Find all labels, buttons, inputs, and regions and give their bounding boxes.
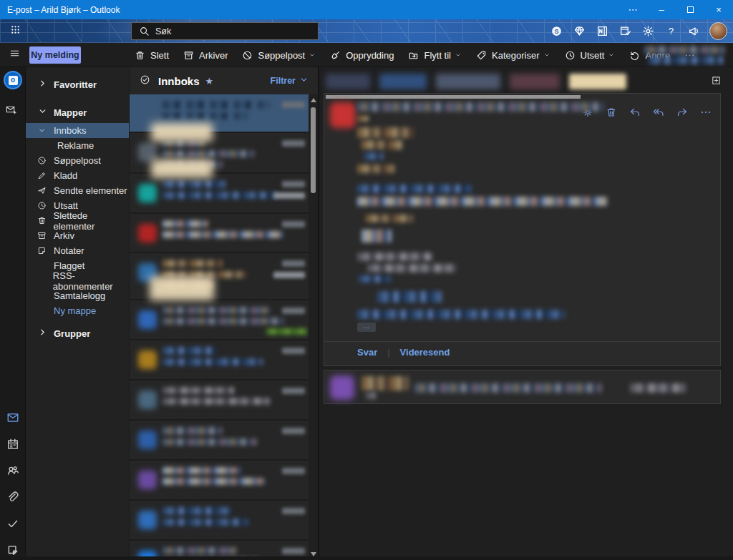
redacted-highlight (150, 276, 214, 300)
sidebar-item-mapper[interactable]: Mapper (26, 104, 129, 120)
rail-check-icon[interactable] (5, 516, 21, 531)
redacted-timestamp (282, 181, 305, 187)
toolbar-arkiver-button[interactable]: Arkiver (176, 43, 235, 67)
sidebar-item-slettede-elementer[interactable]: Slettede elementer (26, 213, 129, 228)
toolbar-opprydding-button[interactable]: Opprydding (323, 43, 401, 67)
message-card-collapsed[interactable] (324, 370, 721, 404)
chevron-right-icon (37, 327, 48, 340)
redacted-text (357, 116, 369, 122)
message-list-item[interactable] (130, 253, 318, 300)
message-list-item[interactable] (130, 94, 318, 133)
rail-calendar-icon[interactable] (5, 437, 21, 451)
redacted-text (162, 150, 254, 157)
gear-icon[interactable] (638, 21, 658, 41)
chevron-down-icon (298, 74, 309, 87)
megaphone-icon[interactable] (684, 21, 704, 41)
toolbar-kategoriser-button[interactable]: Kategoriser (469, 43, 557, 67)
redacted-text (364, 152, 383, 160)
outlook-logo[interactable]: o (4, 71, 22, 89)
filter-button[interactable]: Filtrer (271, 74, 309, 87)
redacted-text (357, 164, 394, 173)
redacted-chip (326, 74, 370, 89)
reply-button[interactable]: Svar (357, 347, 377, 358)
sidebar-item-søppelpost[interactable]: Søppelpost (26, 153, 129, 168)
sidebar-item-ny-mappe[interactable]: Ny mappe (26, 303, 129, 318)
sidebar-item-grupper[interactable]: Grupper (26, 325, 129, 341)
scroll-up-icon[interactable] (311, 98, 316, 102)
redacted-text (367, 264, 457, 272)
avatar (138, 184, 157, 202)
sidebar-item-innboks[interactable]: Innboks (26, 123, 129, 138)
new-mail-rail-button[interactable] (6, 104, 16, 118)
rail-people-icon[interactable] (5, 463, 21, 478)
svg-text:?: ? (668, 26, 673, 36)
redacted-chip (436, 74, 500, 89)
redacted-timestamp (282, 428, 305, 434)
show-trimmed-content-button[interactable]: … (357, 323, 376, 332)
toolbar-flytt-til-button[interactable]: Flytt til (401, 43, 469, 67)
app-launcher-button[interactable] (4, 22, 26, 41)
sidebar-item-rss-abonnementer[interactable]: RSS-abonnementer (26, 273, 129, 288)
question-icon[interactable]: ? (661, 21, 681, 41)
skype-icon[interactable]: S (546, 21, 566, 41)
sidebar-item-favoritter[interactable]: Favoritter (26, 77, 129, 92)
scrollbar-thumb[interactable] (311, 107, 316, 193)
calendar-task-icon[interactable] (615, 21, 635, 41)
reading-pane: … Svar | Videresend (319, 67, 733, 560)
forward-button[interactable]: Videresend (400, 347, 450, 358)
diamond-icon[interactable] (569, 21, 589, 41)
sidebar-item-notater[interactable]: Notater (26, 243, 129, 258)
sidebar-item-reklame[interactable]: Reklame (26, 138, 129, 153)
toolbar-slett-button[interactable]: Slett (127, 43, 176, 67)
message-list-item[interactable] (130, 214, 318, 253)
redacted-text (357, 102, 604, 112)
account-avatar[interactable] (709, 22, 727, 40)
redacted-text (162, 101, 270, 109)
message-list-item[interactable] (130, 501, 318, 541)
chevron-down-icon (309, 51, 316, 59)
groups-label: Grupper (54, 328, 90, 339)
redacted-text (162, 478, 266, 485)
toolbar-utsett-button[interactable]: Utsett (558, 43, 623, 67)
message-list-item[interactable] (130, 340, 318, 380)
onenote-icon[interactable] (592, 21, 612, 41)
rail-envelope-icon[interactable] (5, 411, 21, 425)
redacted-text (361, 140, 403, 149)
list-scrollbar[interactable] (309, 94, 318, 560)
hamburger-button[interactable] (3, 44, 26, 66)
redacted-message-body (357, 102, 694, 319)
search-input[interactable]: Søk (131, 22, 319, 40)
folder-sidebar: Favoritter Mapper InnboksReklameSøppelpo… (26, 67, 130, 560)
redacted-timestamp (282, 221, 305, 227)
redacted-timestamp (282, 388, 305, 394)
minimize-button[interactable]: – (647, 0, 676, 19)
maximize-button[interactable] (676, 0, 704, 19)
message-list-item[interactable] (130, 300, 318, 340)
redacted-toolbar-region (644, 46, 727, 65)
star-icon[interactable]: ★ (205, 76, 214, 87)
message-list-item[interactable] (130, 421, 318, 461)
sidebar-item-kladd[interactable]: Kladd (26, 168, 129, 183)
redacted-highlight (151, 123, 213, 142)
redacted-chip (510, 74, 560, 89)
select-all-button[interactable] (140, 74, 150, 88)
redacted-text (357, 310, 565, 319)
message-list-item[interactable] (130, 461, 318, 501)
chevron-down-icon (37, 106, 48, 119)
redacted-text (162, 220, 208, 227)
rail-note-edit-icon[interactable] (5, 543, 21, 557)
dots-action-button[interactable] (700, 107, 712, 118)
avatar (138, 350, 157, 369)
message-list-item[interactable] (130, 380, 318, 421)
open-in-new-window-button[interactable] (711, 75, 722, 89)
divider: | (387, 347, 389, 358)
search-icon (139, 26, 150, 36)
sidebar-item-sendte-elementer[interactable]: Sendte elementer (26, 183, 129, 198)
close-button[interactable]: × (704, 0, 733, 19)
new-message-button[interactable]: Ny melding (29, 46, 81, 64)
titlebar-more-button[interactable]: ⋯ (618, 0, 647, 19)
avatar (138, 471, 157, 489)
rail-paperclip-icon[interactable] (5, 490, 21, 504)
message-list-item[interactable] (130, 174, 318, 214)
toolbar-søppelpost-button[interactable]: Søppelpost (235, 43, 323, 67)
